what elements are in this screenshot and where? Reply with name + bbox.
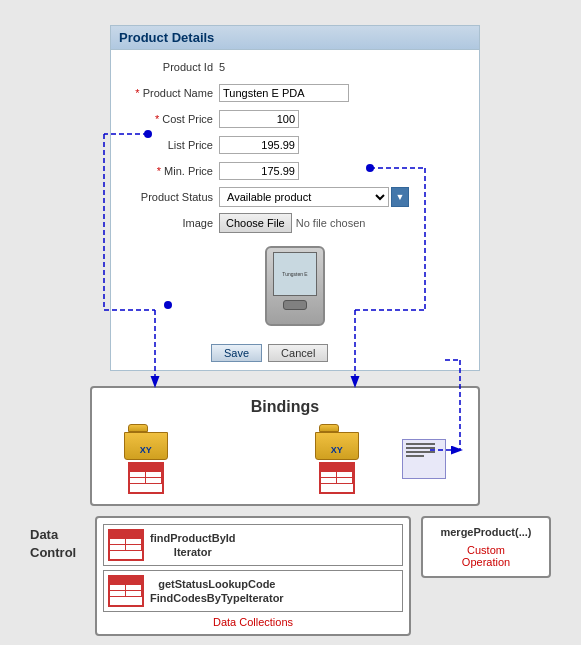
cancel-button[interactable]: Cancel bbox=[268, 344, 328, 362]
product-name-label: * Product Name bbox=[119, 87, 219, 99]
status-lookup-icon bbox=[108, 575, 144, 607]
folder-body-right: XY bbox=[315, 432, 359, 460]
min-price-label: * Min. Price bbox=[119, 165, 219, 177]
cost-price-row: * Cost Price bbox=[119, 108, 471, 130]
product-id-label: Product Id bbox=[119, 61, 219, 73]
data-collections-title: Data Collections bbox=[103, 616, 403, 628]
file-input-area: Choose File No file chosen bbox=[219, 213, 365, 233]
save-button[interactable]: Save bbox=[211, 344, 262, 362]
form-buttons: Save Cancel bbox=[111, 340, 479, 370]
image-row: Image Choose File No file chosen bbox=[119, 212, 471, 234]
product-name-input[interactable] bbox=[219, 84, 349, 102]
status-lookup-iterator: getStatusLookupCodeFindCodesByTypeIterat… bbox=[103, 570, 403, 612]
product-details-panel: Product Details Product Id 5 * Product N… bbox=[110, 25, 480, 371]
custom-operation-panel: mergeProduct(...) CustomOperation bbox=[421, 516, 551, 578]
product-id-row: Product Id 5 bbox=[119, 56, 471, 78]
data-control-section: DataControl findProductByIdIterator g bbox=[10, 516, 571, 636]
find-product-iterator: findProductByIdIterator bbox=[103, 524, 403, 566]
binding-right-icon-group: XY bbox=[315, 424, 359, 494]
cost-price-label: * Cost Price bbox=[119, 113, 219, 125]
binding-left-icon-group: XY bbox=[124, 424, 168, 494]
list-price-label: List Price bbox=[119, 139, 219, 151]
dropdown-arrow-icon[interactable]: ▼ bbox=[391, 187, 409, 207]
pda-device-image: Tungsten E bbox=[265, 246, 325, 326]
product-details-header: Product Details bbox=[111, 26, 479, 50]
xy-folder-icon-right: XY bbox=[315, 424, 359, 460]
device-image-area: Tungsten E bbox=[119, 238, 471, 334]
custom-op-title: mergeProduct(...) bbox=[431, 526, 541, 538]
table-data-icon-left bbox=[128, 462, 164, 494]
cost-price-input[interactable] bbox=[219, 110, 299, 128]
product-status-label: Product Status bbox=[119, 191, 219, 203]
product-id-value: 5 bbox=[219, 61, 225, 73]
product-status-row: Product Status Available product ▼ bbox=[119, 186, 471, 208]
min-price-row: * Min. Price bbox=[119, 160, 471, 182]
small-doc-icon bbox=[402, 439, 446, 479]
bindings-title: Bindings bbox=[102, 398, 468, 416]
data-collections-panel: findProductByIdIterator getStatusLookupC… bbox=[95, 516, 411, 636]
panel-title: Product Details bbox=[119, 30, 214, 45]
product-status-select[interactable]: Available product bbox=[219, 187, 389, 207]
pda-button bbox=[283, 300, 307, 310]
list-price-row: List Price bbox=[119, 134, 471, 156]
bindings-inner: XY XY bbox=[102, 424, 468, 494]
no-file-text: No file chosen bbox=[296, 217, 366, 229]
bindings-panel: Bindings XY bbox=[90, 386, 480, 506]
find-product-icon bbox=[108, 529, 144, 561]
pda-screen: Tungsten E bbox=[273, 252, 317, 296]
folder-body: XY bbox=[124, 432, 168, 460]
list-price-input[interactable] bbox=[219, 136, 299, 154]
pda-screen-text: Tungsten E bbox=[282, 271, 307, 278]
image-label: Image bbox=[119, 217, 219, 229]
custom-op-subtitle: CustomOperation bbox=[431, 544, 541, 568]
status-lookup-label: getStatusLookupCodeFindCodesByTypeIterat… bbox=[150, 577, 284, 606]
table-data-icon-right bbox=[319, 462, 355, 494]
folder-tab-right bbox=[319, 424, 339, 432]
xy-folder-icon-left: XY bbox=[124, 424, 168, 460]
data-control-label: DataControl bbox=[30, 516, 85, 562]
find-product-label: findProductByIdIterator bbox=[150, 531, 236, 560]
choose-file-button[interactable]: Choose File bbox=[219, 213, 292, 233]
min-price-input[interactable] bbox=[219, 162, 299, 180]
product-name-row: * Product Name bbox=[119, 82, 471, 104]
folder-tab bbox=[128, 424, 148, 432]
